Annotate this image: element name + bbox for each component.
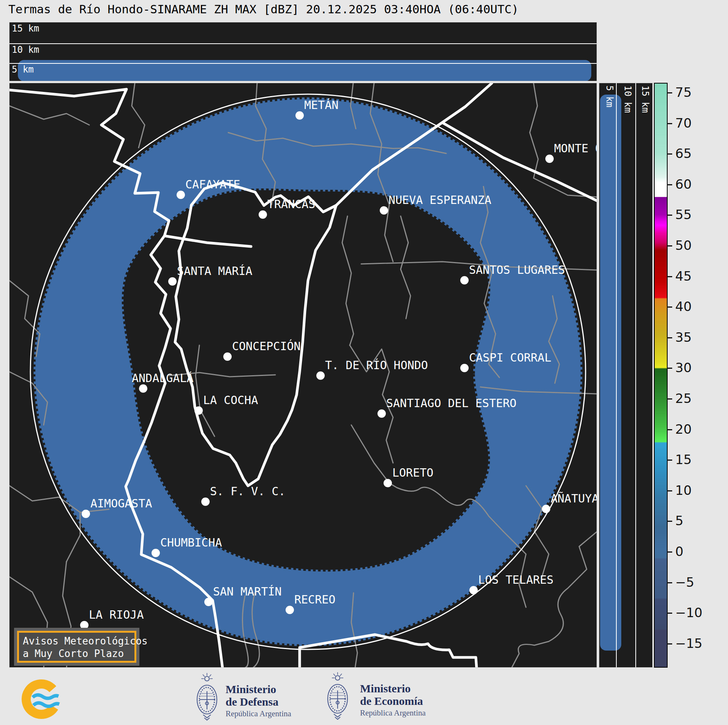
city-label: LORETO	[392, 466, 433, 479]
defensa-line2: de Defensa	[226, 695, 291, 708]
city-dot-5	[380, 206, 388, 215]
colorbar-tick-label: −10	[675, 606, 703, 619]
colorbar-tick	[667, 643, 672, 644]
colorbar-tick	[667, 398, 672, 400]
top-altitude-profile-panel: 15 km 10 km 5 km	[9, 22, 597, 81]
colorbar-tick-label: 50	[675, 239, 692, 252]
colorbar-tick	[667, 337, 672, 338]
altitude-label-5km-v: 5 km	[605, 85, 614, 107]
city-label: LA COCHA	[203, 394, 258, 407]
defensa-sub: República Argentina	[226, 708, 291, 719]
echo-profile-bar-vertical	[600, 95, 621, 651]
colorbar-tick-label: 65	[675, 147, 692, 160]
city-label: LOS TELARES	[478, 573, 554, 586]
colorbar-tick-label: 10	[675, 483, 692, 497]
city-dot-20	[204, 598, 213, 606]
altitude-line-15km-v	[652, 83, 653, 667]
city-dot-2	[545, 155, 554, 163]
footer: Servicio Meteorológico Nacional Argentin…	[0, 668, 728, 725]
city-dot-8	[223, 352, 232, 361]
colorbar-tick-label: 5	[675, 514, 684, 528]
city-dot-15	[201, 498, 210, 506]
city-label: ANDALGALÁ	[132, 372, 194, 385]
colorbar-tick-label: 35	[675, 330, 692, 344]
colorbar-tick-label: 70	[675, 116, 692, 130]
colorbar-tick-label: 45	[675, 269, 692, 283]
colorbar-tick	[667, 613, 672, 614]
page-title: Termas de Río Hondo-SINARAME ZH MAX [dBZ…	[8, 2, 519, 16]
city-dot-14	[384, 479, 392, 487]
colorbar-tick-label: 60	[675, 177, 692, 191]
dbz-colorbar	[654, 83, 668, 668]
city-dot-9	[460, 364, 469, 372]
altitude-label-10km-v: 10 km	[623, 85, 633, 113]
city-label: METÁN	[304, 99, 338, 112]
city-label: AÑATUYA	[551, 492, 597, 505]
city-dot-19	[469, 586, 478, 594]
altitude-line-5km	[9, 63, 597, 64]
defensa-line1: Ministerio	[226, 683, 291, 695]
city-label: SANTA MARÍA	[177, 265, 253, 278]
altitude-line-10km	[9, 43, 597, 44]
colorbar-tick-label: 55	[675, 208, 692, 221]
city-dot-3	[177, 191, 185, 199]
colorbar-tick	[667, 215, 672, 216]
colorbar-tick	[667, 153, 672, 155]
city-dot-12	[194, 406, 203, 415]
smn-logo-icon	[20, 678, 65, 720]
colorbar-tick-label: −15	[675, 637, 703, 650]
ministry-defensa-block: Ministerio de Defensa República Argentin…	[226, 683, 291, 719]
colorbar-tick	[667, 184, 672, 185]
warning-box: Avisos Meteorológicos a Muy Corto Plazo	[14, 628, 139, 666]
colorbar-tick	[667, 123, 672, 124]
colorbar-tick	[667, 368, 672, 369]
city-label: CAFAYATE	[185, 178, 240, 191]
economia-line2: de Economía	[360, 695, 426, 707]
city-label: CASPI CORRAL	[469, 351, 551, 364]
city-dot-21	[286, 606, 294, 614]
city-label: NUEVA ESPERANZA	[388, 194, 491, 207]
colorbar-tick-label: 25	[675, 392, 692, 405]
colorbar-tick	[667, 490, 672, 491]
altitude-line-10km-v	[635, 83, 636, 667]
city-dot-10	[316, 371, 325, 380]
colorbar-tick	[667, 521, 672, 522]
city-label: LA RIOJA	[89, 608, 144, 621]
ministry-economia-block: Ministerio de Economía República Argenti…	[360, 682, 426, 719]
colorbar-tick	[667, 276, 672, 277]
city-dot-11	[139, 384, 147, 393]
altitude-line-5km-v	[616, 83, 617, 667]
city-label: T. DE RÍO HONDO	[325, 359, 428, 372]
city-label: SANTOS LUGARES	[469, 264, 565, 276]
city-dot-16	[82, 510, 90, 518]
warning-text-line2: a Muy Corto Plazo	[23, 648, 131, 660]
colorbar-tick	[667, 245, 672, 246]
city-dot-6	[168, 277, 177, 286]
radar-product-page: Termas de Río Hondo-SINARAME ZH MAX [dBZ…	[0, 0, 728, 725]
colorbar-tick	[667, 92, 672, 93]
city-label: CHUMBICHA	[160, 536, 222, 549]
side-altitude-profile-panel: 5 km 10 km 15 km	[599, 83, 654, 668]
city-label: S. F. V. C.	[210, 485, 286, 498]
colorbar-tick-label: 30	[675, 361, 692, 374]
colorbar-tick-label: 0	[675, 545, 684, 558]
warning-box-frame: Avisos Meteorológicos a Muy Corto Plazo	[17, 631, 136, 663]
colorbar-tick-label: 15	[675, 453, 692, 466]
economia-sub: República Argentina	[360, 707, 426, 719]
colorbar-tick-label: 20	[675, 422, 692, 436]
colorbar-tick	[667, 306, 672, 308]
city-dot-18	[152, 549, 160, 557]
city-dot-1	[295, 111, 304, 120]
city-label: MONTE QUEMADO	[554, 142, 597, 155]
colorbar-tick	[667, 582, 672, 583]
altitude-label-15km: 15 km	[12, 24, 39, 33]
city-label: SANTIAGO DEL ESTERO	[386, 397, 516, 410]
colorbar-tick	[667, 429, 672, 430]
colorbar-tick-label: −5	[675, 575, 694, 589]
city-dot-17	[542, 505, 550, 513]
radar-map: METÁNMONTE QUEMADOCAFAYATETRANCASNUEVA E…	[9, 83, 597, 668]
city-dot-7	[460, 276, 469, 284]
altitude-label-5km: 5 km	[12, 65, 34, 74]
coat-of-arms-defensa-icon	[193, 672, 221, 722]
city-dot-4	[259, 210, 267, 219]
